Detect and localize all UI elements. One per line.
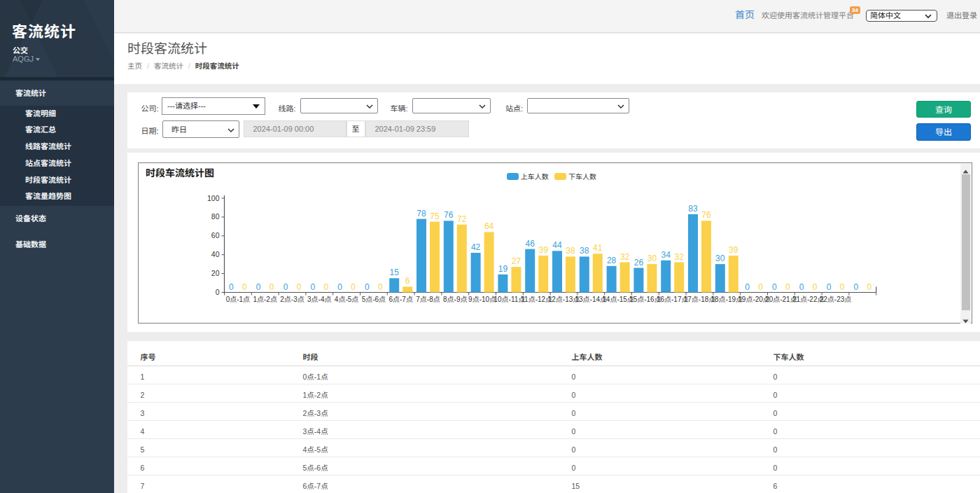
svg-text:0: 0 xyxy=(365,282,370,292)
svg-text:0: 0 xyxy=(229,282,234,292)
svg-text:46: 46 xyxy=(526,239,536,249)
svg-text:75: 75 xyxy=(430,211,440,221)
svg-text:19: 19 xyxy=(498,264,508,274)
svg-text:0: 0 xyxy=(351,282,356,292)
svg-text:0: 0 xyxy=(297,282,302,292)
svg-text:34: 34 xyxy=(662,250,671,260)
svg-text:76: 76 xyxy=(701,210,711,220)
svg-text:5点-6点: 5点-6点 xyxy=(362,296,386,303)
svg-text:0: 0 xyxy=(378,282,383,292)
svg-text:4点-5点: 4点-5点 xyxy=(335,296,358,303)
svg-text:0: 0 xyxy=(758,282,763,292)
svg-text:6点-7点: 6点-7点 xyxy=(388,296,412,303)
svg-text:39: 39 xyxy=(539,245,549,255)
svg-text:64: 64 xyxy=(484,221,494,231)
svg-text:22点-23点: 22点-23点 xyxy=(820,296,852,303)
svg-text:27: 27 xyxy=(512,256,522,266)
svg-text:0点-1点: 0点-1点 xyxy=(226,296,250,303)
svg-text:2点-3点: 2点-3点 xyxy=(280,296,304,303)
svg-text:15: 15 xyxy=(390,268,400,277)
svg-text:32: 32 xyxy=(675,252,685,262)
svg-text:100: 100 xyxy=(207,194,220,202)
svg-text:8点-9点: 8点-9点 xyxy=(443,296,467,303)
svg-text:0: 0 xyxy=(827,282,832,292)
svg-text:0: 0 xyxy=(772,282,777,292)
svg-text:0: 0 xyxy=(270,282,274,292)
svg-text:80: 80 xyxy=(211,212,220,221)
svg-text:0: 0 xyxy=(242,282,247,292)
svg-text:83: 83 xyxy=(688,204,698,214)
svg-text:0: 0 xyxy=(216,288,220,296)
svg-text:0: 0 xyxy=(840,282,845,292)
svg-text:0: 0 xyxy=(323,282,328,292)
svg-text:0: 0 xyxy=(785,282,790,292)
svg-text:0: 0 xyxy=(310,282,315,292)
svg-text:0: 0 xyxy=(284,282,288,292)
svg-text:28: 28 xyxy=(607,256,617,265)
svg-text:30: 30 xyxy=(715,254,725,263)
svg-text:44: 44 xyxy=(552,240,562,250)
svg-text:78: 78 xyxy=(416,209,426,218)
svg-text:60: 60 xyxy=(211,231,220,239)
svg-text:0: 0 xyxy=(853,282,858,292)
svg-text:40: 40 xyxy=(211,250,220,258)
svg-text:1点-2点: 1点-2点 xyxy=(253,296,276,303)
svg-text:26: 26 xyxy=(634,258,644,268)
svg-text:32: 32 xyxy=(620,252,630,262)
svg-text:6: 6 xyxy=(405,276,410,286)
svg-text:7点-8点: 7点-8点 xyxy=(416,296,440,303)
svg-text:30: 30 xyxy=(648,254,657,263)
svg-text:20: 20 xyxy=(211,269,220,277)
svg-text:0: 0 xyxy=(337,282,342,292)
svg-text:39: 39 xyxy=(729,245,738,255)
svg-text:38: 38 xyxy=(580,246,589,256)
svg-text:42: 42 xyxy=(471,242,481,252)
svg-text:41: 41 xyxy=(593,243,603,253)
svg-text:0: 0 xyxy=(256,282,261,292)
svg-text:0: 0 xyxy=(813,282,818,292)
svg-text:9点-10点: 9点-10点 xyxy=(468,296,496,303)
svg-text:3点-4点: 3点-4点 xyxy=(307,296,331,303)
svg-text:0: 0 xyxy=(799,282,804,292)
svg-text:0: 0 xyxy=(867,282,872,292)
svg-text:0: 0 xyxy=(745,282,750,292)
svg-text:76: 76 xyxy=(444,210,454,220)
svg-text:72: 72 xyxy=(457,214,467,224)
svg-text:38: 38 xyxy=(566,246,575,256)
